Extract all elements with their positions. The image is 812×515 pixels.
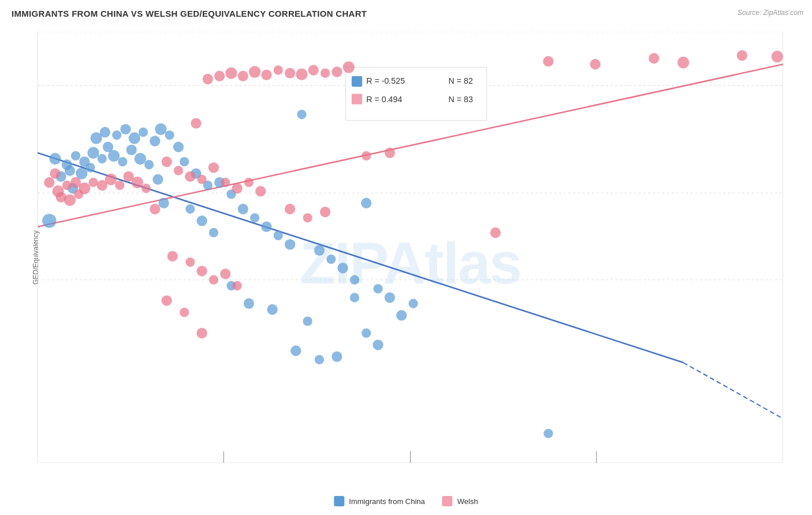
- svg-point-55: [158, 198, 169, 208]
- svg-rect-18: [352, 94, 362, 104]
- svg-point-29: [85, 163, 95, 172]
- legend-item-china: Immigrants from China: [334, 496, 424, 506]
- svg-point-121: [232, 183, 242, 193]
- svg-point-63: [285, 239, 295, 249]
- svg-point-81: [290, 345, 301, 356]
- svg-point-92: [64, 194, 76, 206]
- svg-point-32: [108, 150, 120, 162]
- svg-point-94: [50, 168, 60, 178]
- svg-point-61: [261, 221, 271, 232]
- svg-point-33: [118, 157, 127, 166]
- svg-point-73: [396, 310, 407, 320]
- svg-point-133: [196, 328, 207, 338]
- svg-point-107: [274, 65, 283, 74]
- svg-point-46: [173, 141, 184, 152]
- svg-point-96: [105, 174, 117, 185]
- svg-point-62: [274, 231, 283, 240]
- svg-point-76: [303, 316, 312, 326]
- svg-point-140: [649, 53, 659, 64]
- svg-text:N = 82: N = 82: [449, 76, 473, 85]
- svg-point-65: [314, 245, 325, 255]
- svg-point-106: [261, 69, 271, 80]
- svg-point-36: [144, 160, 154, 169]
- svg-point-80: [362, 329, 371, 338]
- svg-point-57: [196, 215, 207, 226]
- svg-point-102: [214, 71, 225, 81]
- svg-point-113: [343, 61, 355, 73]
- svg-point-50: [180, 157, 189, 166]
- svg-point-122: [244, 178, 254, 187]
- svg-point-116: [174, 166, 183, 175]
- svg-rect-15: [352, 76, 362, 87]
- svg-point-59: [238, 204, 248, 214]
- svg-point-118: [197, 175, 206, 184]
- svg-point-93: [74, 189, 83, 199]
- svg-point-21: [49, 153, 61, 165]
- svg-point-100: [141, 184, 151, 193]
- svg-point-114: [191, 118, 201, 128]
- svg-rect-14: [346, 67, 487, 120]
- svg-point-141: [677, 57, 689, 68]
- legend-color-welsh: [442, 496, 453, 506]
- svg-point-67: [337, 263, 348, 273]
- svg-point-77: [267, 304, 277, 315]
- svg-point-144: [362, 151, 371, 161]
- svg-point-60: [250, 213, 259, 222]
- svg-point-111: [321, 68, 330, 77]
- svg-point-45: [165, 130, 174, 140]
- chart-legend: Immigrants from China Welsh: [334, 496, 478, 506]
- svg-point-127: [196, 266, 207, 276]
- svg-point-71: [385, 292, 395, 303]
- svg-point-105: [249, 66, 260, 77]
- svg-point-68: [350, 275, 359, 285]
- svg-point-104: [238, 71, 248, 81]
- svg-point-123: [255, 186, 266, 196]
- svg-point-117: [185, 171, 195, 181]
- svg-point-99: [132, 177, 143, 188]
- svg-point-143: [772, 51, 783, 62]
- svg-point-83: [373, 339, 383, 350]
- svg-point-90: [88, 178, 98, 187]
- svg-point-131: [161, 295, 172, 305]
- svg-point-110: [308, 65, 319, 75]
- svg-point-66: [326, 255, 336, 264]
- svg-point-70: [373, 284, 382, 293]
- svg-point-41: [129, 132, 140, 144]
- svg-point-145: [385, 148, 395, 158]
- svg-point-82: [315, 355, 324, 364]
- chart-svg: ZIPAtlas R = -0.525 N = 82 R = 0.494 N =…: [38, 32, 783, 463]
- source-label: Source: ZipAtlas.com: [737, 9, 803, 17]
- svg-point-135: [303, 213, 312, 222]
- svg-point-34: [126, 144, 136, 155]
- svg-point-87: [62, 181, 72, 190]
- svg-point-115: [161, 156, 172, 167]
- svg-point-48: [42, 214, 56, 228]
- svg-text:N = 83: N = 83: [449, 95, 473, 104]
- svg-point-129: [220, 268, 230, 279]
- svg-point-128: [209, 275, 218, 285]
- svg-point-74: [408, 299, 418, 308]
- svg-point-126: [185, 258, 195, 267]
- svg-point-112: [331, 66, 342, 77]
- svg-point-84: [543, 429, 553, 438]
- svg-point-56: [185, 204, 195, 214]
- svg-point-120: [221, 178, 230, 187]
- svg-point-26: [98, 154, 107, 163]
- svg-point-75: [331, 352, 342, 362]
- svg-point-138: [543, 56, 553, 66]
- svg-point-103: [225, 67, 237, 79]
- svg-point-130: [232, 281, 241, 290]
- svg-point-137: [490, 227, 501, 238]
- svg-point-40: [120, 124, 131, 135]
- svg-point-139: [590, 59, 601, 69]
- svg-point-72: [350, 293, 359, 302]
- svg-text:R =  0.494: R = 0.494: [366, 95, 402, 104]
- legend-item-welsh: Welsh: [442, 496, 478, 506]
- svg-point-35: [135, 153, 146, 165]
- legend-label-welsh: Welsh: [457, 497, 478, 506]
- svg-point-64: [297, 110, 306, 119]
- svg-point-97: [115, 181, 124, 190]
- svg-point-125: [167, 251, 178, 262]
- svg-point-23: [71, 151, 80, 161]
- svg-point-44: [155, 124, 166, 135]
